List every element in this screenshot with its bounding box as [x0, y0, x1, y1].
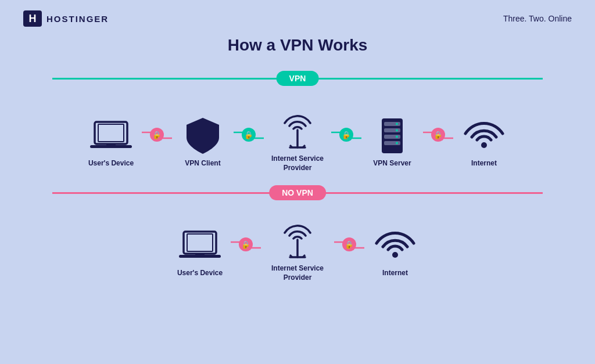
svg-rect-2 — [95, 122, 127, 144]
wifi-icon-vpn — [463, 117, 505, 154]
vpn-client: VPN Client — [177, 117, 229, 168]
svg-text:H: H — [29, 13, 37, 24]
svg-point-35 — [396, 135, 398, 138]
connector-2: 🔒 — [231, 127, 266, 143]
novpn-internet: Internet — [369, 227, 421, 278]
svg-rect-45 — [187, 234, 213, 251]
tagline: Three. Two. Online — [503, 14, 572, 23]
wifi-icon-novpn — [374, 227, 416, 264]
svg-point-43 — [481, 142, 487, 148]
novpn-user-device-label: User's Device — [177, 269, 223, 278]
novpn-connector-2: 🔒 — [332, 236, 367, 253]
tower-icon — [279, 113, 316, 150]
vpn-server: VPN Server — [366, 117, 418, 168]
novpn-user-device: User's Device — [174, 227, 226, 278]
logo-text: HOSTINGER — [46, 14, 109, 24]
novpn-divider: NO VPN — [17, 179, 578, 206]
vpn-diagram-container: VPN User's Device 🔒 — [0, 65, 595, 282]
novpn-badge: NO VPN — [269, 185, 326, 200]
novpn-isp-label: Internet ServiceProvider — [271, 264, 324, 282]
vpn-user-device-label: User's Device — [88, 159, 134, 168]
svg-point-34 — [396, 129, 398, 131]
vpn-client-label: VPN Client — [185, 159, 220, 168]
server-icon — [378, 117, 406, 154]
vpn-badge: VPN — [277, 71, 319, 86]
vpn-row: User's Device 🔒 VPN Clie — [17, 113, 578, 172]
header: H HOSTINGER Three. Two. Online — [0, 0, 595, 33]
svg-rect-44 — [184, 232, 216, 254]
svg-point-36 — [396, 142, 398, 144]
hostinger-logo-icon: H — [23, 10, 42, 27]
tower-icon-novpn — [279, 222, 316, 260]
vpn-internet: Internet — [458, 117, 510, 168]
svg-point-64 — [392, 252, 398, 258]
svg-rect-47 — [195, 254, 205, 255]
svg-point-33 — [396, 122, 398, 125]
novpn-connector-1: 🔒 — [228, 236, 263, 253]
novpn-internet-label: Internet — [382, 269, 408, 278]
novpn-row: User's Device 🔒 — [17, 222, 578, 282]
laptop-icon — [90, 117, 132, 154]
vpn-divider: VPN — [17, 65, 578, 92]
connector-4: 🔒 — [421, 127, 456, 143]
vpn-isp-label: Internet ServiceProvider — [271, 154, 324, 172]
page-title: How a VPN Works — [0, 36, 595, 55]
vpn-user-device: User's Device — [85, 117, 137, 168]
svg-rect-5 — [106, 144, 116, 146]
vpn-server-label: VPN Server — [373, 159, 411, 168]
shield-icon — [185, 117, 220, 154]
novpn-isp: Internet ServiceProvider — [266, 222, 329, 282]
logo: H HOSTINGER — [23, 10, 109, 27]
svg-rect-3 — [98, 124, 124, 142]
connector-3: 🔒 — [329, 127, 364, 143]
connector-1: 🔒 — [139, 127, 174, 143]
vpn-isp: Internet ServiceProvider — [268, 113, 327, 172]
laptop-icon-novpn — [179, 227, 221, 264]
vpn-internet-label: Internet — [471, 159, 497, 168]
